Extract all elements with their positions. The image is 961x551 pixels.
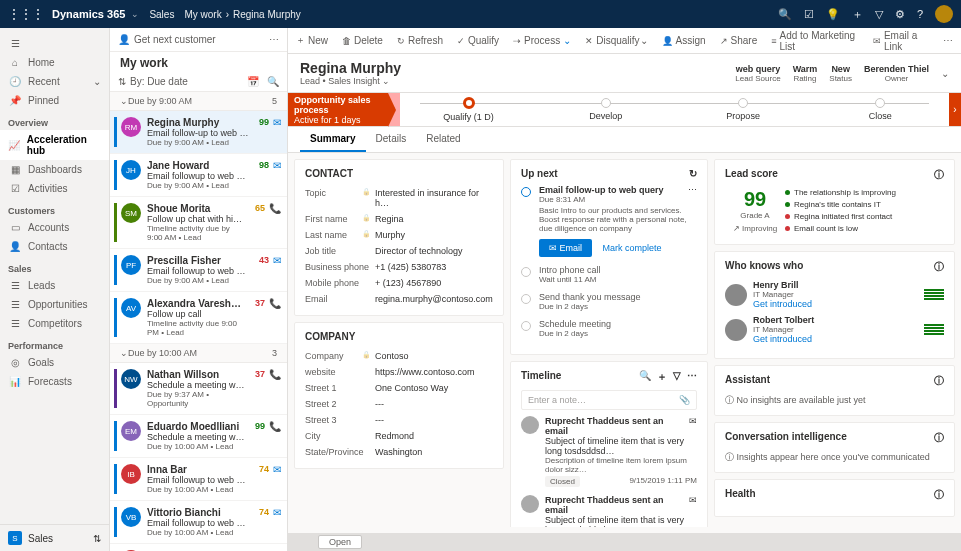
help-icon[interactable]: ?: [917, 8, 923, 20]
action-icon[interactable]: ✉: [273, 464, 281, 494]
stage-qualify[interactable]: Qualify (1 D): [400, 97, 537, 122]
street2-field[interactable]: ---: [375, 399, 493, 409]
process-next-icon[interactable]: ›: [949, 93, 961, 126]
timeline-entry[interactable]: Ruprecht Thaddeus sent an email✉ Subject…: [521, 416, 697, 487]
worklist-item[interactable]: NW Nathan Willson Schedule a meeting wit…: [110, 363, 287, 415]
nav-forecasts[interactable]: 📊Forecasts: [0, 372, 109, 391]
app-launcher-icon[interactable]: ⋮⋮⋮: [8, 7, 44, 21]
search-icon[interactable]: 🔍: [778, 8, 792, 21]
action-icon[interactable]: ✉: [273, 117, 281, 147]
breadcrumb-mywork[interactable]: My work: [184, 9, 221, 20]
calendar-icon[interactable]: 📅: [247, 76, 259, 87]
refresh-button[interactable]: ↻Refresh: [397, 35, 443, 46]
chevron-down-icon[interactable]: ⌄: [941, 68, 949, 79]
timeline-note-input[interactable]: Enter a note…📎: [521, 390, 697, 410]
street1-field[interactable]: One Contoso Way: [375, 383, 493, 393]
status-open[interactable]: Open: [318, 535, 362, 549]
nav-home[interactable]: ⌂Home: [0, 53, 109, 72]
jobtitle-field[interactable]: Director of technology: [375, 246, 493, 256]
lastname-field[interactable]: Murphy: [375, 230, 493, 240]
search-icon[interactable]: 🔍: [267, 76, 279, 87]
company-field[interactable]: Contoso: [375, 351, 493, 361]
filter-icon[interactable]: ▽: [673, 370, 681, 384]
qualify-button[interactable]: ✓Qualify: [457, 35, 499, 46]
worklist-item[interactable]: IB Inna Bar Email followup to web query …: [110, 458, 287, 501]
nav-activities[interactable]: ☑Activities: [0, 179, 109, 198]
user-avatar[interactable]: [935, 5, 953, 23]
mail-icon[interactable]: ✉: [689, 495, 697, 515]
add-icon[interactable]: ＋: [852, 7, 863, 22]
email-button[interactable]: ✉ Email: [539, 239, 592, 257]
more-icon[interactable]: ⋯: [269, 34, 279, 45]
sort-icon[interactable]: ⇅: [118, 76, 126, 87]
filter-icon[interactable]: ▽: [875, 8, 883, 21]
topic-field[interactable]: Interested in insurance for h…: [375, 188, 493, 208]
get-introduced-link[interactable]: Get introduced: [753, 334, 924, 344]
action-icon[interactable]: ✉: [273, 507, 281, 537]
share-button[interactable]: ↗Share: [720, 35, 758, 46]
info-icon[interactable]: ⓘ: [934, 488, 944, 502]
info-icon[interactable]: ⓘ: [934, 260, 944, 274]
worklist-item[interactable]: RM Regina Murphy Email follow-up to web …: [110, 111, 287, 154]
stage-develop[interactable]: Develop: [537, 98, 674, 121]
tab-related[interactable]: Related: [416, 127, 470, 152]
nav-acceleration-hub[interactable]: 📈Acceleration hub: [0, 130, 109, 160]
hamburger-button[interactable]: ☰: [0, 34, 109, 53]
filter-label[interactable]: By: Due date: [130, 76, 188, 87]
get-next-customer[interactable]: 👤 Get next customer⋯: [110, 28, 287, 52]
nav-recent[interactable]: 🕘Recent⌄: [0, 72, 109, 91]
action-icon[interactable]: ✉: [273, 160, 281, 190]
refresh-icon[interactable]: ↻: [689, 168, 697, 179]
get-introduced-link[interactable]: Get introduced: [753, 299, 924, 309]
task-icon[interactable]: ☑: [804, 8, 814, 21]
breadcrumb-record[interactable]: Regina Murphy: [233, 9, 301, 20]
action-icon[interactable]: ✉: [273, 255, 281, 285]
delete-button[interactable]: 🗑Delete: [342, 35, 383, 46]
nav-goals[interactable]: ◎Goals: [0, 353, 109, 372]
breadcrumb-module[interactable]: Sales: [149, 9, 174, 20]
nav-dashboards[interactable]: ▦Dashboards: [0, 160, 109, 179]
info-icon[interactable]: ⓘ: [934, 431, 944, 445]
worklist-item[interactable]: VB Vittorio Bianchi Email followup to we…: [110, 501, 287, 544]
city-field[interactable]: Redmond: [375, 431, 493, 441]
website-field[interactable]: https://www.contoso.com: [375, 367, 493, 377]
stage-propose[interactable]: Propose: [675, 98, 812, 121]
process-button[interactable]: ⇢Process ⌄: [513, 35, 571, 46]
search-icon[interactable]: 🔍: [639, 370, 651, 384]
worklist-item[interactable]: PF Prescilla Fisher Email followup to we…: [110, 249, 287, 292]
business-phone-field[interactable]: +1 (425) 5380783: [375, 262, 493, 272]
firstname-field[interactable]: Regina: [375, 214, 493, 224]
nav-competitors[interactable]: ☰Competitors: [0, 314, 109, 333]
action-icon[interactable]: 📞: [269, 203, 281, 242]
settings-icon[interactable]: ⚙: [895, 8, 905, 21]
group-header[interactable]: ⌄ Due by 9:00 AM5: [110, 92, 287, 111]
worklist-item[interactable]: JH Jane Howard Email followup to web que…: [110, 154, 287, 197]
lightbulb-icon[interactable]: 💡: [826, 8, 840, 21]
nav-leads[interactable]: ☰Leads: [0, 276, 109, 295]
activity-radio-icon[interactable]: [521, 187, 531, 197]
nav-opportunities[interactable]: ☰Opportunities: [0, 295, 109, 314]
action-icon[interactable]: 📞: [269, 298, 281, 337]
info-icon[interactable]: ⓘ: [934, 374, 944, 388]
mobile-phone-field[interactable]: + (123) 4567890: [375, 278, 493, 288]
tab-summary[interactable]: Summary: [300, 127, 366, 152]
group-header[interactable]: ⌄ Due by 10:00 AM3: [110, 344, 287, 363]
action-icon[interactable]: 📞: [269, 421, 281, 451]
attach-icon[interactable]: 📎: [679, 395, 690, 405]
action-icon[interactable]: 📞: [269, 369, 281, 408]
process-active-stage[interactable]: Opportunity sales process Active for 1 d…: [288, 93, 388, 126]
record-subtitle[interactable]: Lead • Sales Insight ⌄: [300, 76, 401, 86]
state-field[interactable]: Washington: [375, 447, 493, 457]
mark-complete-link[interactable]: Mark complete: [603, 243, 662, 253]
marketing-button[interactable]: ≡Add to Marketing List: [771, 30, 859, 52]
mail-icon[interactable]: ✉: [689, 416, 697, 436]
stage-close[interactable]: Close: [812, 98, 949, 121]
disqualify-button[interactable]: ✕Disqualify ⌄: [585, 35, 647, 46]
worklist-item[interactable]: AV Alexandra Vareshnikoff Follow up call…: [110, 292, 287, 344]
upnext-activity-title[interactable]: Email follow-up to web query: [539, 185, 664, 195]
nav-contacts[interactable]: 👤Contacts: [0, 237, 109, 256]
add-icon[interactable]: ＋: [657, 370, 667, 384]
nav-accounts[interactable]: ▭Accounts: [0, 218, 109, 237]
street3-field[interactable]: ---: [375, 415, 493, 425]
area-switcher[interactable]: SSales⇅: [0, 524, 109, 551]
